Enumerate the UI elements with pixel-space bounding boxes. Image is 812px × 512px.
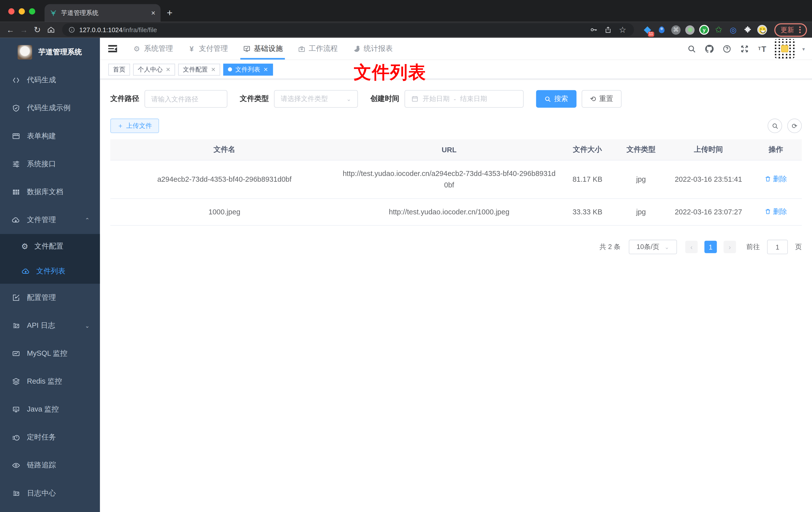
prev-page-button[interactable]: ‹ xyxy=(685,241,698,253)
sidebar-item-code-gen[interactable]: 代码生成 xyxy=(0,66,100,94)
sidebar-menu: 代码生成 代码生成示例 表单构建 系统接口 数据库文档 xyxy=(0,66,100,512)
top-nav: ⚙ 系统管理 ¥ 支付管理 基础设施 工作流程 xyxy=(133,38,393,60)
sidebar-item-form-builder[interactable]: 表单构建 xyxy=(0,122,100,150)
refresh-table-button[interactable]: ⟳ xyxy=(787,119,802,133)
sidebar-logo[interactable]: 芋道管理系统 xyxy=(0,38,100,66)
github-icon[interactable] xyxy=(704,43,714,53)
reload-icon[interactable]: ↻ xyxy=(32,25,42,35)
sidebar-item-file-list[interactable]: 文件列表 xyxy=(0,259,100,284)
sidebar-item-scheduled-jobs[interactable]: 定时任务 xyxy=(0,423,100,451)
end-date-placeholder[interactable]: 结束日期 xyxy=(460,94,487,103)
briefcase-icon xyxy=(297,44,306,53)
extension-star-icon[interactable]: ✩ xyxy=(714,25,723,35)
zoom-window-button[interactable] xyxy=(29,8,35,14)
sidebar-item-config-manage[interactable]: 配置管理 xyxy=(0,284,100,311)
search-button[interactable]: 搜索 xyxy=(536,90,577,108)
sidebar-item-mysql-monitor[interactable]: MySQL 监控 xyxy=(0,339,100,367)
close-icon[interactable]: ✕ xyxy=(211,66,216,73)
col-url: URL xyxy=(339,139,560,160)
bookmark-star-icon[interactable]: ☆ xyxy=(617,25,628,35)
avatar-center-image xyxy=(781,45,788,52)
cloud-upload-icon xyxy=(21,267,30,276)
home-icon[interactable] xyxy=(46,25,56,35)
avatar-caret-down-icon[interactable]: ▾ xyxy=(802,46,805,52)
share-icon[interactable] xyxy=(603,25,613,35)
sidebar-item-db-doc[interactable]: 数据库文档 xyxy=(0,178,100,206)
url-bar[interactable]: 127.0.0.1:1024/infra/file/file ☆ xyxy=(62,23,634,36)
avatar[interactable] xyxy=(775,39,794,59)
minimize-window-button[interactable] xyxy=(19,8,25,14)
file-path-input[interactable] xyxy=(144,90,227,108)
table-toolbar: ＋ 上传文件 ⟳ xyxy=(110,119,802,133)
sidebar-item-file-manage[interactable]: 文件管理 ⌃ xyxy=(0,206,100,234)
new-tab-button[interactable]: + xyxy=(167,7,173,19)
annotation-file-list: 文件列表 xyxy=(354,61,427,85)
tab-infrastructure[interactable]: 基础设施 xyxy=(242,38,283,60)
delete-button[interactable]: 删除 xyxy=(764,206,787,217)
page-number-current[interactable]: 1 xyxy=(704,241,717,253)
col-actions: 操作 xyxy=(750,139,802,160)
next-page-button[interactable]: › xyxy=(723,241,736,253)
window-controls[interactable] xyxy=(8,8,35,14)
close-icon[interactable]: ✕ xyxy=(166,66,171,73)
extension-command-icon[interactable]: ⌘ xyxy=(671,25,680,34)
sidebar-item-code-gen-demo[interactable]: 代码生成示例 xyxy=(0,94,100,122)
chrome-update-button[interactable]: 更新 xyxy=(774,23,807,36)
table-row: a294ecb2-73dd-4353-bf40-296b8931d0bf htt… xyxy=(110,160,802,199)
log-center-icon xyxy=(11,489,20,498)
sidebar-item-file-config[interactable]: ⚙ 文件配置 xyxy=(0,234,100,259)
profile-emoji-icon[interactable] xyxy=(757,25,767,35)
file-type-select[interactable]: 请选择文件类型 ⌄ xyxy=(274,90,358,108)
delete-button[interactable]: 删除 xyxy=(764,173,787,184)
sidebar-item-java-monitor[interactable]: Java 监控 xyxy=(0,396,100,423)
refresh-icon: ⟲ xyxy=(590,95,596,103)
url-text[interactable]: 127.0.0.1:1024/infra/file/file xyxy=(79,26,584,33)
extension-record-icon[interactable] xyxy=(685,25,695,34)
tab-workflow[interactable]: 工作流程 xyxy=(297,38,338,60)
forward-icon[interactable]: → xyxy=(19,25,29,34)
search-icon[interactable] xyxy=(687,43,697,53)
browser-menu-icon[interactable] xyxy=(799,26,801,33)
extension-eye-icon[interactable]: ◎ xyxy=(728,25,738,35)
upload-file-button[interactable]: ＋ 上传文件 xyxy=(110,119,158,133)
sidebar-item-tracing[interactable]: 链路追踪 xyxy=(0,451,100,479)
col-file-type: 文件类型 xyxy=(615,139,667,160)
sidebar-item-log-center[interactable]: 日志中心 xyxy=(0,479,100,507)
extensions-puzzle-icon[interactable] xyxy=(743,25,752,35)
reset-button[interactable]: ⟲ 重置 xyxy=(582,90,621,108)
close-window-button[interactable] xyxy=(8,8,14,14)
tag-file-list[interactable]: 文件列表 ✕ xyxy=(224,63,273,75)
extension-diamond-icon[interactable]: 11 xyxy=(642,25,652,35)
sidebar-item-api-log[interactable]: API 日志 ⌄ xyxy=(0,311,100,339)
file-table: 文件名 URL 文件大小 文件类型 上传时间 操作 a294ecb2-73dd-… xyxy=(110,139,802,226)
sidebar-item-system-api[interactable]: 系统接口 xyxy=(0,150,100,178)
help-icon[interactable] xyxy=(722,43,732,53)
date-range-input[interactable]: 开始日期 - 结束日期 xyxy=(405,90,524,108)
tag-profile[interactable]: 个人中心 ✕ xyxy=(133,63,175,75)
fullscreen-icon[interactable] xyxy=(740,43,749,53)
back-icon[interactable]: ← xyxy=(5,25,16,34)
site-info-icon[interactable] xyxy=(68,26,75,33)
active-dot xyxy=(228,67,232,71)
sidebar-item-redis-monitor[interactable]: Redis 监控 xyxy=(0,368,100,396)
toggle-search-button[interactable] xyxy=(767,119,782,133)
page-size-select[interactable]: 10条/页 ⌄ xyxy=(629,240,677,254)
tab-statistics[interactable]: 统计报表 xyxy=(352,38,393,60)
tab-pay-manage[interactable]: ¥ 支付管理 xyxy=(187,38,228,60)
tag-file-config[interactable]: 文件配置 ✕ xyxy=(178,63,221,75)
chevron-down-icon: ⌄ xyxy=(85,322,90,329)
browser-tab[interactable]: 芋道管理系统 × xyxy=(45,4,161,22)
collapse-sidebar-icon[interactable] xyxy=(108,45,117,52)
update-label: 更新 xyxy=(781,25,794,34)
close-icon[interactable]: ✕ xyxy=(263,66,268,73)
tag-home[interactable]: 首页 xyxy=(108,63,130,75)
extension-balloon-icon[interactable] xyxy=(657,25,667,35)
start-date-placeholder[interactable]: 开始日期 xyxy=(423,94,450,103)
font-size-icon[interactable]: TT xyxy=(757,43,767,53)
extension-y-icon[interactable]: y xyxy=(699,25,709,35)
tab-close-icon[interactable]: × xyxy=(151,9,155,17)
tab-system-manage[interactable]: ⚙ 系统管理 xyxy=(133,38,173,60)
goto-page-input[interactable]: 1 xyxy=(767,240,788,254)
password-key-icon[interactable] xyxy=(588,25,599,35)
mysql-monitor-icon xyxy=(11,349,20,358)
